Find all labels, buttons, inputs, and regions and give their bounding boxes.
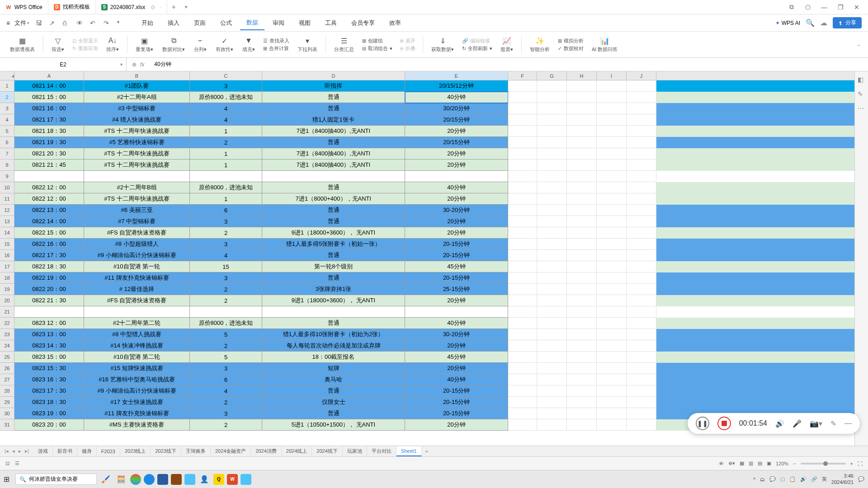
cell[interactable]: 普通 bbox=[262, 272, 405, 284]
cell[interactable] bbox=[537, 250, 567, 261]
view-page-icon[interactable]: ▥ bbox=[749, 460, 753, 466]
cell[interactable] bbox=[537, 318, 567, 329]
cell[interactable]: 3张牌弃掉1张 bbox=[262, 284, 405, 295]
cell[interactable] bbox=[84, 171, 190, 182]
fx-icon[interactable]: fx bbox=[140, 61, 144, 68]
wps-ai-button[interactable]: ✦WPS AI bbox=[775, 20, 800, 26]
cell[interactable]: 2 bbox=[190, 284, 262, 295]
cell[interactable]: #7 中型锦标赛 bbox=[84, 216, 190, 227]
cell[interactable]: 20/15分钟 bbox=[405, 114, 508, 126]
sheet-tab[interactable]: 2024线下 bbox=[312, 446, 342, 456]
cell[interactable] bbox=[508, 137, 537, 148]
cell[interactable] bbox=[537, 352, 567, 363]
cell[interactable] bbox=[567, 295, 597, 306]
cell[interactable]: #11 牌友扑克快速锦标赛 bbox=[84, 272, 190, 284]
ribbon-pivot[interactable]: ▦数据透视表 bbox=[7, 36, 38, 53]
cell[interactable] bbox=[597, 272, 627, 284]
row-header[interactable]: 29 bbox=[0, 397, 14, 408]
cell[interactable] bbox=[627, 261, 656, 272]
cell[interactable]: #9 小糊涂仙高计分快速锦标赛 bbox=[84, 385, 190, 397]
cell[interactable]: # 12最佳选择 bbox=[84, 284, 190, 295]
cell[interactable] bbox=[537, 408, 567, 419]
cell[interactable]: 猎1人固定1张卡 bbox=[262, 114, 405, 126]
cell[interactable] bbox=[597, 182, 627, 193]
row-header[interactable]: 11 bbox=[0, 193, 14, 205]
cell[interactable] bbox=[508, 408, 537, 419]
cell[interactable] bbox=[597, 92, 627, 103]
cell[interactable]: 奥马哈 bbox=[262, 374, 405, 385]
cell[interactable]: #8 中型猎人挑战赛 bbox=[84, 329, 190, 340]
cell[interactable] bbox=[262, 306, 405, 318]
cell[interactable]: 20-15分钟 bbox=[405, 385, 508, 397]
cell[interactable]: #3 中型锦标赛 bbox=[84, 103, 190, 114]
menu-tools[interactable]: 工具 bbox=[319, 16, 343, 30]
cell[interactable] bbox=[508, 295, 537, 306]
status-focus-icon[interactable]: ⊕▾ bbox=[728, 460, 735, 466]
cell[interactable]: #6 美丽三亚 bbox=[84, 205, 190, 216]
cell[interactable] bbox=[567, 92, 597, 103]
task-app-7[interactable]: Q bbox=[213, 474, 224, 485]
sheet-tab[interactable]: F2023 bbox=[97, 447, 120, 456]
cell[interactable]: #10自贸港 第二轮 bbox=[84, 352, 190, 363]
sheet-tab[interactable]: 2024线上 bbox=[282, 446, 312, 456]
ribbon-sort[interactable]: A↓排序▾ bbox=[104, 36, 122, 53]
cell[interactable]: 0822 12：00 bbox=[14, 193, 84, 205]
col-header-D[interactable]: D bbox=[262, 71, 405, 80]
ribbon-aiq[interactable]: 📊AI 数据问答 bbox=[589, 36, 620, 53]
formula-expand-icon[interactable]: ⊕ bbox=[132, 61, 137, 68]
cell[interactable] bbox=[627, 306, 656, 318]
tab-template[interactable]: D 找稻壳模板 bbox=[48, 0, 96, 14]
menu-formula[interactable]: 公式 bbox=[214, 16, 238, 30]
cell[interactable] bbox=[627, 239, 656, 250]
row-header[interactable]: 12 bbox=[0, 205, 14, 216]
cell[interactable] bbox=[567, 182, 597, 193]
name-box[interactable]: E2 ▾ bbox=[0, 58, 127, 71]
cell[interactable]: 原价8000，进池未知 bbox=[190, 182, 262, 193]
row-header[interactable]: 10 bbox=[0, 182, 14, 193]
cell[interactable]: 普通 bbox=[262, 137, 405, 148]
cell[interactable] bbox=[537, 363, 567, 374]
cell[interactable]: 3 bbox=[190, 363, 262, 374]
cell[interactable]: 7进1（8400抽400）,无ANTI bbox=[262, 126, 405, 137]
cell[interactable] bbox=[597, 329, 627, 340]
col-header-I[interactable]: I bbox=[597, 71, 627, 80]
cell[interactable]: 0821 15：00 bbox=[14, 92, 84, 103]
cell[interactable] bbox=[537, 306, 567, 318]
cell[interactable]: 普通 bbox=[262, 205, 405, 216]
cell[interactable]: 40分钟 bbox=[405, 92, 508, 103]
cell[interactable] bbox=[508, 397, 537, 408]
cell[interactable]: 20-15分钟 bbox=[405, 239, 508, 250]
cell[interactable] bbox=[537, 385, 567, 397]
cell[interactable]: 0823 19：00 bbox=[14, 408, 84, 419]
cell[interactable]: 2 bbox=[190, 419, 262, 431]
cell[interactable]: 40分钟 bbox=[405, 374, 508, 385]
cell[interactable] bbox=[567, 250, 597, 261]
cell[interactable] bbox=[537, 329, 567, 340]
cell[interactable] bbox=[567, 137, 597, 148]
taskbar-search[interactable]: 🔍 何冰娇晋级女单决赛 bbox=[15, 474, 97, 485]
cell[interactable]: 猎1人最多得10张附赛卡（初始为2张） bbox=[262, 329, 405, 340]
cell[interactable] bbox=[537, 137, 567, 148]
cell[interactable] bbox=[567, 216, 597, 227]
status-list-icon[interactable]: ☰ bbox=[15, 460, 19, 466]
cell[interactable] bbox=[567, 227, 597, 239]
tray-icon-3[interactable]: ▢ bbox=[780, 476, 785, 482]
sheet-tab[interactable]: 影音书 bbox=[53, 446, 77, 456]
menu-view[interactable]: 视图 bbox=[292, 16, 317, 30]
cell[interactable] bbox=[537, 261, 567, 272]
rec-pause-button[interactable]: ❚❚ bbox=[696, 417, 709, 430]
cell[interactable] bbox=[597, 80, 627, 92]
cell[interactable]: 7进1（8400抽400）,无ANTI bbox=[262, 148, 405, 160]
cell[interactable]: 原价8000，进池未知 bbox=[190, 318, 262, 329]
tray-icon-6[interactable]: 🔗 bbox=[811, 476, 817, 482]
cell[interactable] bbox=[627, 193, 656, 205]
tray-icon-2[interactable]: 💬 bbox=[769, 476, 776, 482]
cell[interactable] bbox=[567, 318, 597, 329]
tray-up-icon[interactable]: ^ bbox=[753, 477, 755, 482]
cell[interactable]: 0822 18：30 bbox=[14, 261, 84, 272]
cell[interactable]: 0823 15：00 bbox=[14, 352, 84, 363]
cell[interactable] bbox=[597, 160, 627, 171]
view-break-icon[interactable]: ▤ bbox=[758, 460, 762, 466]
cell[interactable] bbox=[627, 148, 656, 160]
cell[interactable] bbox=[508, 171, 537, 182]
